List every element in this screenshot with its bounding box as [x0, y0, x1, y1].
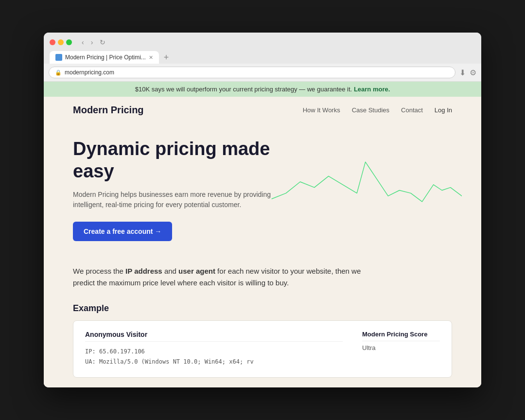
site-nav: Modern Pricing How It Works Case Studies… — [44, 97, 481, 123]
banner-text: $10K says we will outperform your curren… — [135, 86, 352, 93]
description-section: We process the IP address and user agent… — [44, 251, 481, 298]
download-icon: ⬇ — [459, 68, 466, 77]
description-text-middle: and — [162, 267, 178, 275]
top-banner: $10K says we will outperform your curren… — [44, 82, 481, 97]
refresh-button[interactable]: ↻ — [98, 37, 107, 47]
score-title: Modern Pricing Score — [362, 331, 440, 341]
close-button[interactable] — [50, 39, 55, 45]
ua-label: UA: — [85, 358, 96, 365]
address-bar[interactable]: 🔒 modernpricing.com — [49, 67, 455, 78]
description-text: We process the IP address and user agent… — [73, 265, 365, 289]
new-tab-button[interactable]: + — [160, 52, 173, 63]
example-card: Anonymous Visitor IP: 65.60.197.106 UA: … — [73, 320, 452, 378]
hero-section: Dynamic pricing made easy Modern Pricing… — [44, 123, 481, 250]
nav-contact[interactable]: Contact — [401, 106, 423, 114]
example-title: Example — [73, 303, 452, 314]
nav-login[interactable]: Log In — [435, 106, 452, 114]
url-text: modernpricing.com — [65, 69, 114, 76]
site-logo: Modern Pricing — [73, 105, 144, 116]
traffic-lights — [50, 39, 72, 45]
score-value: Ultra — [362, 344, 440, 351]
ip-label: IP: — [85, 348, 96, 355]
score-section: Modern Pricing Score Ultra — [362, 331, 440, 368]
back-button[interactable]: ‹ — [80, 37, 86, 47]
nav-links: How It Works Case Studies Contact Log In — [303, 106, 452, 114]
visitor-info: Anonymous Visitor IP: 65.60.197.106 UA: … — [85, 331, 343, 368]
lock-icon: 🔒 — [55, 70, 62, 76]
maximize-button[interactable] — [66, 39, 72, 45]
address-bar-row: 🔒 modernpricing.com ⬇ ⚙ — [44, 64, 481, 82]
hero-subtitle: Modern Pricing helps businesses earn mor… — [73, 190, 287, 210]
minimize-button[interactable] — [58, 39, 64, 45]
tab-bar: Modern Pricing | Price Optimi... ✕ + — [50, 51, 475, 64]
active-tab[interactable]: Modern Pricing | Price Optimi... ✕ — [50, 51, 159, 64]
address-bar-right: ⬇ ⚙ — [459, 68, 476, 77]
tab-label: Modern Pricing | Price Optimi... — [65, 54, 146, 61]
nav-buttons: ‹ › ↻ — [80, 37, 107, 47]
browser-chrome: ‹ › ↻ Modern Pricing | Price Optimi... ✕… — [44, 33, 481, 64]
description-text-before: We process the — [73, 267, 125, 275]
website-content: $10K says we will outperform your curren… — [44, 82, 481, 387]
hero-text: Dynamic pricing made easy Modern Pricing… — [73, 138, 306, 241]
tab-close-button[interactable]: ✕ — [149, 54, 153, 61]
forward-button[interactable]: › — [89, 37, 95, 47]
ua-value: Mozilla/5.0 (Windows NT 10.0; Win64; x64… — [99, 358, 254, 365]
nav-case-studies[interactable]: Case Studies — [352, 106, 389, 114]
browser-window: ‹ › ↻ Modern Pricing | Price Optimi... ✕… — [44, 33, 481, 387]
settings-icon: ⚙ — [470, 68, 476, 77]
description-bold-ua: user agent — [178, 267, 215, 275]
ip-value: 65.60.197.106 — [99, 348, 145, 355]
browser-controls: ‹ › ↻ — [50, 37, 475, 47]
visitor-ua: UA: Mozilla/5.0 (Windows NT 10.0; Win64;… — [85, 357, 343, 368]
visitor-title: Anonymous Visitor — [85, 331, 343, 342]
cta-button[interactable]: Create a free account → — [73, 222, 172, 241]
tab-favicon — [55, 54, 62, 61]
hero-title: Dynamic pricing made easy — [73, 138, 306, 182]
visitor-ip: IP: 65.60.197.106 — [85, 347, 343, 357]
banner-link[interactable]: Learn more. — [354, 86, 390, 93]
description-bold-ip: IP address — [125, 267, 162, 275]
nav-how-it-works[interactable]: How It Works — [303, 106, 340, 114]
example-section: Example Anonymous Visitor IP: 65.60.197.… — [44, 298, 481, 387]
